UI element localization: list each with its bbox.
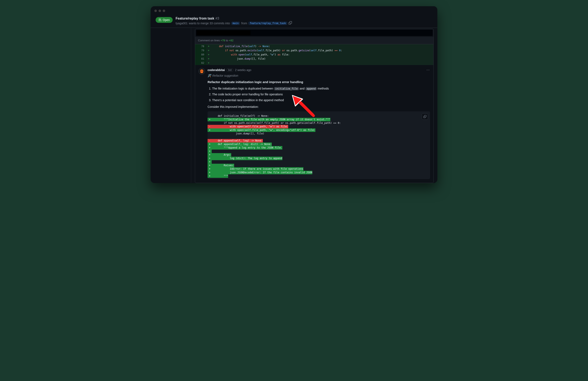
copy-branch-icon[interactable] bbox=[289, 21, 292, 25]
point-2: The code lacks proper error handling for… bbox=[212, 92, 430, 97]
diff-line: + bbox=[208, 149, 430, 153]
pr-number: #3 bbox=[215, 17, 219, 20]
code-row: 82+ bbox=[195, 61, 433, 65]
lines-range: Comment on lines +78 to +82 bbox=[195, 37, 433, 44]
head-branch[interactable]: feature/replay_from_task bbox=[248, 21, 287, 25]
diff-line: + with open(self.file_path, "w", encodin… bbox=[208, 128, 430, 132]
code-row: 78+ def initialize_file(self) -> None: bbox=[195, 44, 433, 48]
inline-code: append bbox=[305, 87, 317, 90]
copy-icon bbox=[423, 115, 426, 118]
diff-line: + Args: bbox=[208, 153, 430, 157]
pull-request-icon bbox=[159, 19, 161, 21]
suggestion-points: The file initialization logic is duplica… bbox=[212, 86, 430, 103]
suggestion-label-text: Refactor suggestion bbox=[212, 74, 238, 77]
timeline-gutter bbox=[151, 28, 191, 183]
diff-line: def initialize_file(self) -> None: bbox=[208, 114, 430, 118]
comment-timestamp: 2 weeks ago bbox=[235, 68, 252, 72]
lines-from: +78 bbox=[220, 39, 225, 42]
traffic-light-zoom[interactable] bbox=[163, 10, 165, 12]
diff-line: + json.JSONDecodeError: If the file cont… bbox=[208, 171, 430, 174]
avatar[interactable] bbox=[198, 68, 205, 75]
diff-line: + bbox=[208, 160, 430, 164]
pr-subtitle: tyaga001 wants to merge 33 commits into … bbox=[176, 21, 432, 25]
bot-badge: bot bbox=[227, 68, 233, 72]
pr-title: Feature/replay from task bbox=[176, 17, 214, 20]
tools-icon: 🛠️ bbox=[208, 74, 211, 77]
base-branch[interactable]: main bbox=[231, 21, 240, 25]
code-snippet: 78+ def initialize_file(self) -> None:79… bbox=[195, 44, 433, 65]
comment-header: coderabbitai bot 2 weeks ago ⋯ bbox=[208, 68, 430, 72]
traffic-light-close[interactable] bbox=[154, 10, 157, 12]
suggestion-label: 🛠️ Refactor suggestion bbox=[208, 74, 430, 77]
conversation: Comment on lines +78 to +82 78+ def init… bbox=[191, 28, 437, 183]
copy-button[interactable] bbox=[422, 113, 428, 120]
lines-to: +82 bbox=[229, 39, 233, 42]
comment-author[interactable]: coderabbitai bbox=[208, 68, 225, 72]
from-label: from bbox=[241, 21, 247, 25]
review-thread: Comment on lines +78 to +82 78+ def init… bbox=[195, 29, 434, 183]
lines-prefix: Comment on lines bbox=[198, 39, 220, 42]
consider-text: Consider this improved implementation: bbox=[208, 105, 430, 108]
diff-line: - def append(self, log) -> None: bbox=[208, 139, 430, 143]
pr-header: Open Feature/replay from task #3 tyaga00… bbox=[151, 15, 437, 28]
pr-titlebox: Feature/replay from task #3 tyaga001 wan… bbox=[176, 17, 432, 25]
diff-line: + Raises: bbox=[208, 164, 430, 167]
suggestion-title: Refactor duplicate initialization logic … bbox=[208, 80, 430, 84]
traffic-light-minimize[interactable] bbox=[159, 10, 161, 12]
svg-point-2 bbox=[202, 71, 203, 71]
window-titlebar bbox=[151, 6, 437, 15]
review-comment: coderabbitai bot 2 weeks ago ⋯ 🛠️ Refact… bbox=[195, 65, 433, 183]
diff-line: + """Append a log entry to the JSON file… bbox=[208, 146, 430, 149]
point-1: The file initialization logic is duplica… bbox=[212, 86, 430, 91]
suggested-diff: def initialize_file(self) -> None:+ """I… bbox=[208, 111, 430, 179]
merge-text: wants to merge 33 commits into bbox=[189, 21, 230, 25]
status-label: Open bbox=[163, 18, 170, 21]
code-row: 81+ json.dump([], file) bbox=[195, 57, 433, 61]
code-row: 79+ if not os.path.exists(self.file_path… bbox=[195, 48, 433, 53]
app-window: Open Feature/replay from task #3 tyaga00… bbox=[151, 6, 437, 183]
diff-line bbox=[208, 135, 430, 139]
lines-to-label: to bbox=[226, 39, 228, 42]
inline-code: initialize_file bbox=[274, 87, 299, 90]
diff-line: + """ bbox=[208, 174, 430, 178]
diff-line: if not os.path.exists(self.file_path) or… bbox=[208, 121, 430, 125]
diff-line: - with open(self.file_path, "w") as file… bbox=[208, 125, 430, 128]
pr-author[interactable]: tyaga001 bbox=[176, 21, 188, 25]
diff-line: + def append(self, log: dict) -> None: bbox=[208, 143, 430, 146]
point-3: There's a potential race condition in th… bbox=[212, 98, 430, 103]
redacted-path bbox=[196, 30, 433, 36]
status-badge: Open bbox=[156, 17, 173, 23]
diff-line: json.dump([], file) bbox=[208, 132, 430, 135]
diff-line: + """Initialize the file with an empty J… bbox=[208, 118, 430, 121]
code-row: 80+ with open(self.file_path, "w") as fi… bbox=[195, 53, 433, 57]
diff-line: + IOError: If there are issues with file… bbox=[208, 167, 430, 171]
svg-point-1 bbox=[201, 71, 202, 71]
diff-line: + log (dict): The log entry to append bbox=[208, 157, 430, 160]
comment-actions-menu[interactable]: ⋯ bbox=[426, 68, 430, 72]
